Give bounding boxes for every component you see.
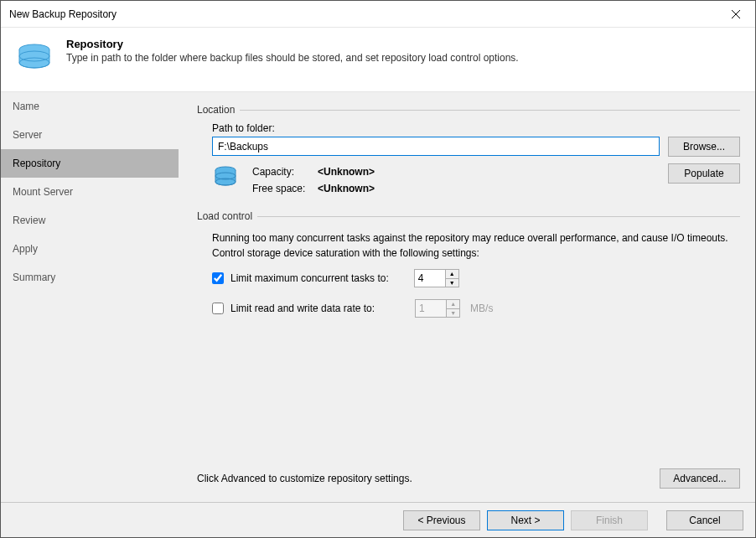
spinner-down-icon: ▼ (447, 309, 459, 318)
sidebar: Name Server Repository Mount Server Revi… (1, 92, 179, 502)
sidebar-item-mount-server[interactable]: Mount Server (1, 178, 179, 206)
sidebar-item-repository[interactable]: Repository (1, 149, 179, 178)
previous-button[interactable]: < Previous (403, 510, 480, 530)
body: Name Server Repository Mount Server Revi… (1, 92, 755, 502)
location-group: Location Path to folder: Browse... (197, 104, 740, 197)
sidebar-item-name[interactable]: Name (1, 92, 179, 121)
limit-rate-spinner: ▲▼ (415, 299, 460, 318)
freespace-label: Free space: (252, 180, 313, 197)
spinner-up-icon[interactable]: ▲ (446, 270, 458, 279)
location-legend: Location (197, 104, 240, 116)
disk-icon (212, 163, 239, 190)
load-control-legend: Load control (197, 210, 257, 222)
spinner-down-icon[interactable]: ▼ (446, 279, 458, 287)
header-title: Repository (66, 38, 519, 50)
sidebar-item-review[interactable]: Review (1, 206, 179, 235)
content: Location Path to folder: Browse... (179, 92, 755, 502)
advanced-button[interactable]: Advanced... (660, 468, 740, 489)
spinner-up-icon: ▲ (447, 300, 459, 309)
close-button[interactable] (717, 1, 755, 28)
header: Repository Type in path to the folder wh… (1, 28, 755, 92)
window: New Backup Repository Repository Type in… (0, 0, 756, 538)
limit-tasks-spinner[interactable]: ▲▼ (414, 269, 459, 287)
load-control-group: Load control Running too many concurrent… (197, 210, 740, 329)
limit-tasks-checkbox[interactable] (212, 272, 224, 284)
populate-button[interactable]: Populate (668, 163, 740, 184)
header-subtitle: Type in path to the folder where backup … (66, 52, 519, 64)
browse-button[interactable]: Browse... (668, 137, 740, 157)
sidebar-item-apply[interactable]: Apply (1, 235, 179, 263)
repository-icon (14, 39, 54, 80)
button-bar: < Previous Next > Finish Cancel (1, 502, 755, 537)
footer-note: Click Advanced to customize repository s… (197, 468, 740, 494)
limit-tasks-label: Limit maximum concurrent tasks to: (230, 272, 389, 284)
limit-rate-checkbox[interactable] (212, 303, 224, 314)
next-button[interactable]: Next > (487, 510, 564, 530)
window-title: New Backup Repository (9, 8, 117, 20)
limit-tasks-value[interactable] (415, 270, 445, 287)
limit-rate-unit: MB/s (470, 303, 493, 314)
freespace-value: <Unknown> (318, 180, 375, 197)
limit-rate-label: Limit read and write data rate to: (230, 303, 375, 314)
path-input[interactable] (212, 137, 660, 156)
capacity-label: Capacity: (252, 163, 313, 180)
close-icon (731, 9, 741, 19)
sidebar-item-summary[interactable]: Summary (1, 263, 179, 292)
path-label: Path to folder: (212, 122, 740, 134)
sidebar-item-server[interactable]: Server (1, 121, 179, 149)
load-control-description: Running too many concurrent tasks agains… (212, 230, 740, 261)
cancel-button[interactable]: Cancel (666, 510, 743, 530)
limit-rate-value (416, 300, 446, 317)
capacity-value: <Unknown> (318, 163, 375, 180)
titlebar: New Backup Repository (1, 1, 755, 28)
finish-button: Finish (571, 510, 648, 530)
advanced-hint: Click Advanced to customize repository s… (197, 473, 651, 484)
